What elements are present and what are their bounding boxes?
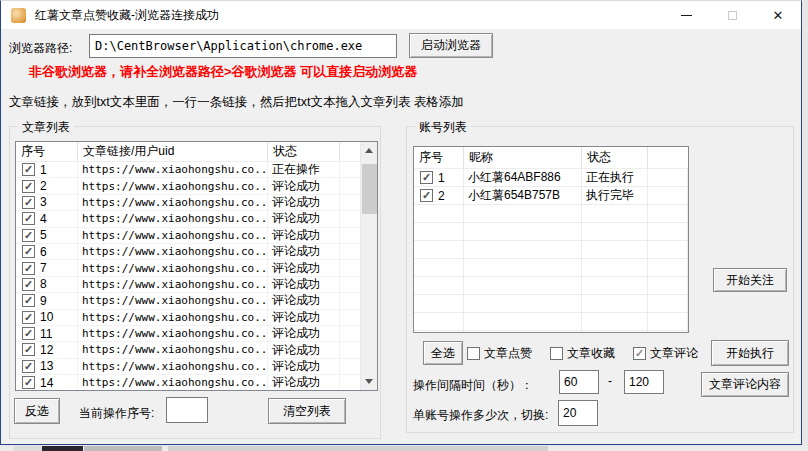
row-checkbox[interactable]: ✓ bbox=[22, 294, 35, 307]
 bbox=[464, 223, 582, 240]
invert-selection-button[interactable]: 反选 bbox=[14, 398, 60, 424]
interval-max-input[interactable] bbox=[624, 370, 664, 394]
article-index-cell: ✓5 bbox=[16, 228, 78, 243]
minimize-button[interactable] bbox=[663, 1, 709, 29]
current-index-input[interactable] bbox=[166, 397, 208, 423]
row-checkbox[interactable]: ✓ bbox=[22, 229, 35, 242]
 bbox=[464, 259, 582, 276]
row-checkbox[interactable]: ✓ bbox=[633, 347, 646, 360]
article-row[interactable]: ✓14https://www.xiaohongshu.co...评论成功 bbox=[16, 375, 360, 390]
switch-count-input[interactable] bbox=[558, 400, 598, 426]
scroll-up-icon[interactable] bbox=[361, 142, 377, 159]
account-empty-row bbox=[414, 331, 688, 332]
row-checkbox[interactable]: ✓ bbox=[420, 171, 433, 184]
row-checkbox[interactable]: ✓ bbox=[22, 180, 35, 193]
scroll-down-icon[interactable] bbox=[361, 373, 377, 390]
article-filler-cell bbox=[340, 260, 360, 275]
article-filler-cell bbox=[340, 178, 360, 193]
current-index-label: 当前操作序号: bbox=[79, 405, 154, 422]
column-header-index[interactable]: 序号 bbox=[16, 142, 78, 161]
select-all-button[interactable]: 全选 bbox=[423, 341, 463, 365]
row-checkbox[interactable] bbox=[467, 347, 480, 360]
row-checkbox[interactable]: ✓ bbox=[420, 189, 433, 202]
app-icon bbox=[11, 8, 26, 23]
article-index-cell: ✓12 bbox=[16, 342, 78, 357]
 bbox=[648, 277, 688, 294]
article-status-cell: 评论成功 bbox=[268, 244, 340, 259]
row-checkbox[interactable]: ✓ bbox=[22, 311, 35, 324]
row-checkbox[interactable]: ✓ bbox=[22, 360, 35, 373]
row-checkbox[interactable]: ✓ bbox=[22, 278, 35, 291]
column-header-account-index[interactable]: 序号 bbox=[414, 147, 464, 168]
 bbox=[464, 331, 582, 332]
article-link-cell: https://www.xiaohongshu.co... bbox=[78, 260, 268, 275]
close-button[interactable]: ✕ bbox=[755, 1, 801, 29]
article-row[interactable]: ✓5https://www.xiaohongshu.co...评论成功 bbox=[16, 228, 360, 244]
 bbox=[582, 277, 648, 294]
article-row[interactable]: ✓13https://www.xiaohongshu.co...评论成功 bbox=[16, 359, 360, 375]
article-status-cell: 正在操作 bbox=[268, 162, 340, 177]
article-list-scrollbar[interactable] bbox=[360, 142, 377, 390]
start-follow-button[interactable]: 开始关注 bbox=[713, 268, 787, 292]
account-index-cell: ✓1 bbox=[414, 169, 464, 186]
 bbox=[582, 205, 648, 222]
row-checkbox[interactable]: ✓ bbox=[22, 163, 35, 176]
row-checkbox[interactable]: ✓ bbox=[22, 327, 35, 340]
article-link-cell: https://www.xiaohongshu.co... bbox=[78, 244, 268, 259]
launch-browser-button[interactable]: 启动浏览器 bbox=[409, 33, 493, 58]
account-row[interactable]: ✓1小红薯64ABF886正在执行 bbox=[414, 169, 688, 187]
checkbox-article-favorite-label: 文章收藏 bbox=[567, 345, 615, 362]
checkbox-article-comment[interactable]: ✓文章评论 bbox=[633, 345, 698, 362]
article-status-cell: 评论成功 bbox=[268, 359, 340, 374]
interval-min-input[interactable] bbox=[559, 370, 599, 394]
row-checkbox[interactable]: ✓ bbox=[22, 212, 35, 225]
taskbar-active-app[interactable] bbox=[42, 446, 83, 451]
article-row[interactable]: ✓8https://www.xiaohongshu.co...评论成功 bbox=[16, 277, 360, 293]
row-checkbox[interactable]: ✓ bbox=[22, 262, 35, 275]
column-header-status[interactable]: 状态 bbox=[268, 142, 340, 161]
article-link-cell: https://www.xiaohongshu.co... bbox=[78, 277, 268, 292]
 bbox=[464, 205, 582, 222]
article-status-cell: 评论成功 bbox=[268, 228, 340, 243]
article-index-cell: ✓11 bbox=[16, 326, 78, 341]
maximize-button[interactable] bbox=[709, 1, 755, 29]
comment-content-button[interactable]: 文章评论内容 bbox=[701, 372, 789, 397]
article-row[interactable]: ✓11https://www.xiaohongshu.co...评论成功 bbox=[16, 326, 360, 342]
row-checkbox[interactable]: ✓ bbox=[22, 343, 35, 356]
article-link-cell: https://www.xiaohongshu.co... bbox=[78, 359, 268, 374]
article-row[interactable]: ✓6https://www.xiaohongshu.co...评论成功 bbox=[16, 244, 360, 260]
article-link-cell: https://www.xiaohongshu.co... bbox=[78, 228, 268, 243]
scrollbar-thumb[interactable] bbox=[362, 164, 377, 214]
account-nickname-cell: 小红薯64ABF886 bbox=[464, 169, 582, 186]
account-row[interactable]: ✓2小红薯654B757B执行完毕 bbox=[414, 187, 688, 205]
checkbox-article-favorite[interactable]: 文章收藏 bbox=[550, 345, 615, 362]
checkbox-article-like[interactable]: 文章点赞 bbox=[467, 345, 532, 362]
article-table-body: ✓1https://www.xiaohongshu.co...正在操作✓2htt… bbox=[16, 162, 360, 390]
article-list-group-title: 文章列表 bbox=[18, 119, 74, 136]
article-row[interactable]: ✓10https://www.xiaohongshu.co...评论成功 bbox=[16, 310, 360, 326]
row-checkbox[interactable] bbox=[550, 347, 563, 360]
account-table-body: ✓1小红薯64ABF886正在执行✓2小红薯654B757B执行完毕 bbox=[414, 169, 688, 332]
column-header-link[interactable]: 文章链接/用户uid bbox=[78, 142, 268, 161]
article-row[interactable]: ✓4https://www.xiaohongshu.co...评论成功 bbox=[16, 211, 360, 227]
row-checkbox[interactable]: ✓ bbox=[22, 245, 35, 258]
warning-text: 非谷歌浏览器，请补全浏览器路径>谷歌浏览器 可以直接启动浏览器 bbox=[29, 63, 417, 81]
column-header-account-status[interactable]: 状态 bbox=[582, 147, 648, 168]
interval-separator: - bbox=[608, 374, 612, 388]
article-row[interactable]: ✓7https://www.xiaohongshu.co...评论成功 bbox=[16, 260, 360, 276]
 bbox=[582, 295, 648, 312]
article-row[interactable]: ✓2https://www.xiaohongshu.co...评论成功 bbox=[16, 178, 360, 194]
article-row[interactable]: ✓9https://www.xiaohongshu.co...评论成功 bbox=[16, 293, 360, 309]
account-empty-row bbox=[414, 205, 688, 223]
browser-path-input[interactable] bbox=[89, 34, 397, 58]
article-filler-cell bbox=[340, 162, 360, 177]
article-table: 序号 文章链接/用户uid 状态 ✓1https://www.xiaohongs… bbox=[15, 141, 378, 391]
row-checkbox[interactable]: ✓ bbox=[22, 376, 35, 389]
article-row[interactable]: ✓1https://www.xiaohongshu.co...正在操作 bbox=[16, 162, 360, 178]
clear-list-button[interactable]: 清空列表 bbox=[268, 398, 346, 424]
article-row[interactable]: ✓3https://www.xiaohongshu.co...评论成功 bbox=[16, 195, 360, 211]
row-checkbox[interactable]: ✓ bbox=[22, 196, 35, 209]
start-execute-button[interactable]: 开始执行 bbox=[711, 340, 789, 366]
article-row[interactable]: ✓12https://www.xiaohongshu.co...评论成功 bbox=[16, 342, 360, 358]
column-header-nickname[interactable]: 昵称 bbox=[464, 147, 582, 168]
